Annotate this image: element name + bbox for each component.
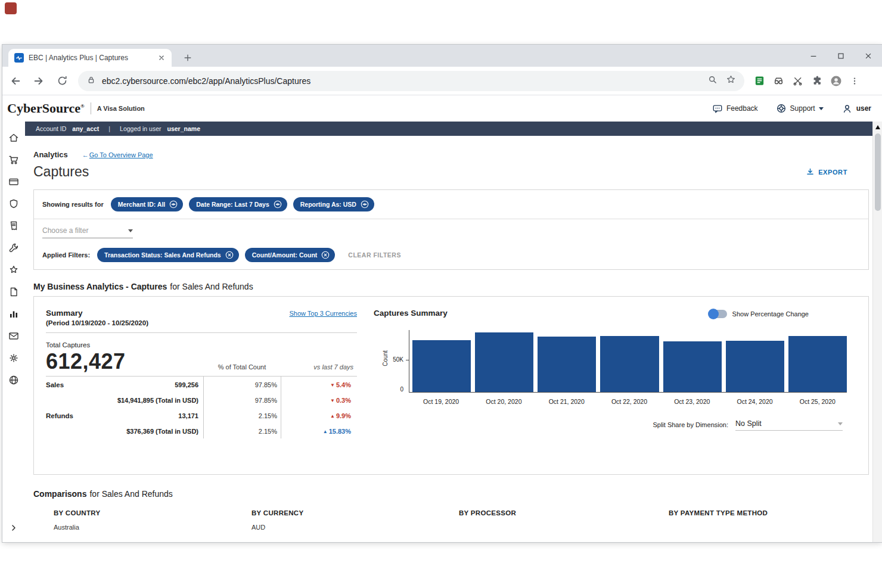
support-menu[interactable]: Support <box>776 103 824 114</box>
view-filter-icon <box>169 200 178 209</box>
extensions-puzzle-icon[interactable] <box>811 75 822 86</box>
summary-row-label: Sales <box>46 377 114 392</box>
chart-bar <box>663 341 722 392</box>
up-arrow-icon: ▲ <box>323 429 328 434</box>
sidebar-item-payment-card[interactable] <box>5 173 23 191</box>
comparison-value: Australia <box>54 524 251 531</box>
filter-scope-pill[interactable]: Reporting As: USD <box>293 197 374 211</box>
pill-label: Reporting As: USD <box>300 201 356 208</box>
x-axis-label: Oct 25, 2020 <box>788 398 847 405</box>
split-dimension-select[interactable]: No Split <box>735 419 843 431</box>
sidebar-item-settings[interactable] <box>5 349 23 367</box>
x-axis-label: Oct 20, 2020 <box>474 398 533 405</box>
chart-bars <box>412 330 847 392</box>
lock-icon[interactable] <box>86 75 96 87</box>
new-tab-button[interactable] <box>180 50 195 66</box>
maximize-button[interactable] <box>827 45 855 67</box>
sidebar-item-globe[interactable] <box>5 371 23 389</box>
chart-bar <box>475 332 533 392</box>
remove-filter-icon <box>321 251 330 259</box>
account-id-label: Account ID <box>36 125 66 132</box>
sidebar-item-shield[interactable] <box>5 195 23 213</box>
clear-filters-button[interactable]: CLEAR FILTERS <box>348 251 401 259</box>
screenshot-stage: EBC | Analytics Plus | Captures <box>0 0 882 588</box>
bookmark-star-icon[interactable] <box>726 74 736 87</box>
overview-link[interactable]: ← Go To Overview Page <box>82 151 153 158</box>
top-currencies-link[interactable]: Show Top 3 Currencies <box>289 310 357 317</box>
tab-close-icon[interactable] <box>156 52 167 63</box>
x-axis-label: Oct 24, 2020 <box>725 398 784 405</box>
total-captures-value: 612,427 <box>46 351 203 372</box>
choose-filter-dropdown[interactable]: Choose a filter <box>42 226 133 238</box>
sidebar-item-home[interactable] <box>5 129 23 147</box>
filter-scope-pill[interactable]: Merchant ID: All <box>111 197 184 211</box>
showing-results-label: Showing results for <box>42 201 104 208</box>
cybersource-logo: CyberSource® <box>7 101 85 116</box>
comparison-column-title: BY CURRENCY <box>251 509 459 517</box>
scrollbar-up-arrow[interactable] <box>875 125 880 129</box>
comparison-column: BY PROCESSOR <box>459 509 669 531</box>
summary-row-value: 13,171 <box>114 407 203 423</box>
summary-row: Sales599,25697.85%▼5.4% <box>46 377 357 392</box>
percentage-change-toggle[interactable] <box>709 310 727 318</box>
browser-tab[interactable]: EBC | Analytics Plus | Captures <box>8 49 172 67</box>
scissors-extension-icon[interactable] <box>792 75 803 86</box>
sidebar-item-analytics[interactable] <box>5 305 23 323</box>
sidebar-expand-button[interactable] <box>5 521 23 535</box>
close-window-button[interactable] <box>855 45 882 67</box>
url-text[interactable]: ebc2.cybersource.com/ebc2/app/AnalyticsP… <box>102 76 707 86</box>
search-icon[interactable] <box>707 74 718 87</box>
chart-bar <box>600 336 659 392</box>
user-menu[interactable]: user <box>841 103 871 114</box>
browser-toolbar: ebc2.cybersource.com/ebc2/app/AnalyticsP… <box>2 67 882 95</box>
goggles-extension-icon[interactable] <box>773 75 784 86</box>
x-axis-label: Oct 21, 2020 <box>538 398 596 405</box>
reload-button[interactable] <box>52 71 72 91</box>
download-icon <box>806 167 815 176</box>
comparison-column-title: BY PAYMENT TYPE METHOD <box>669 509 869 517</box>
sheets-extension-icon[interactable] <box>754 75 765 86</box>
back-button[interactable] <box>5 71 26 91</box>
vs-column-header: vs last 7 days <box>281 363 357 372</box>
page-scrollbar[interactable] <box>872 122 882 542</box>
browser-menu-icon[interactable] <box>850 76 859 86</box>
profile-avatar[interactable] <box>830 75 842 87</box>
applied-filters-label: Applied Filters: <box>42 251 90 259</box>
split-dimension-label: Split Share by Dimension: <box>653 421 728 431</box>
applied-filter-pill[interactable]: Count/Amount: Count <box>245 248 336 262</box>
summary-row-percent: 2.15% <box>203 423 281 438</box>
sidebar-item-mail-report[interactable] <box>5 327 23 345</box>
view-filter-icon <box>274 200 282 209</box>
y-axis-tick-label: 50K <box>386 356 403 363</box>
sidebar-item-document[interactable] <box>5 283 23 301</box>
down-arrow-icon: ▼ <box>330 382 335 388</box>
applied-filter-pill[interactable]: Transaction Status: Sales And Refunds <box>97 248 239 262</box>
sidebar-item-cart[interactable] <box>5 151 23 169</box>
summary-row-value: $376,369 (Total in USD) <box>114 423 203 438</box>
scrollbar-thumb[interactable] <box>875 133 881 211</box>
summary-row-percent: 2.15% <box>203 407 281 423</box>
comparison-column: BY CURRENCYAUD <box>251 509 459 531</box>
account-bar-separator: | <box>108 125 110 132</box>
filter-scope-pill[interactable]: Date Range: Last 7 Days <box>189 197 287 211</box>
account-id-value: any_acct <box>72 125 99 132</box>
sidebar-item-tools[interactable] <box>5 239 23 257</box>
chart-x-labels: Oct 19, 2020Oct 20, 2020Oct 21, 2020Oct … <box>412 398 847 405</box>
up-arrow-icon: ▲ <box>330 413 335 419</box>
browser-tabstrip: EBC | Analytics Plus | Captures <box>2 45 882 67</box>
user-person-icon <box>841 103 853 114</box>
summary-row: $376,369 (Total in USD)2.15%▲15.83% <box>46 423 357 438</box>
minimize-button[interactable] <box>800 45 827 67</box>
chart-bar <box>788 336 847 392</box>
chart-pane: Captures Summary Show Percentage Change … <box>368 297 868 474</box>
captures-summary-card: Summary (Period 10/19/2020 - 10/25/2020)… <box>33 296 869 475</box>
forward-button[interactable] <box>29 71 49 91</box>
page-title: Captures <box>33 164 89 180</box>
pill-label: Transaction Status: Sales And Refunds <box>104 251 221 259</box>
feedback-button[interactable]: Feedback <box>712 103 758 114</box>
sidebar-item-receipt[interactable] <box>5 217 23 235</box>
summary-row-change: ▲9.9% <box>281 407 357 423</box>
sidebar-item-star-badge[interactable] <box>5 261 23 279</box>
export-button[interactable]: EXPORT <box>806 167 847 176</box>
address-bar[interactable]: ebc2.cybersource.com/ebc2/app/AnalyticsP… <box>78 71 744 91</box>
